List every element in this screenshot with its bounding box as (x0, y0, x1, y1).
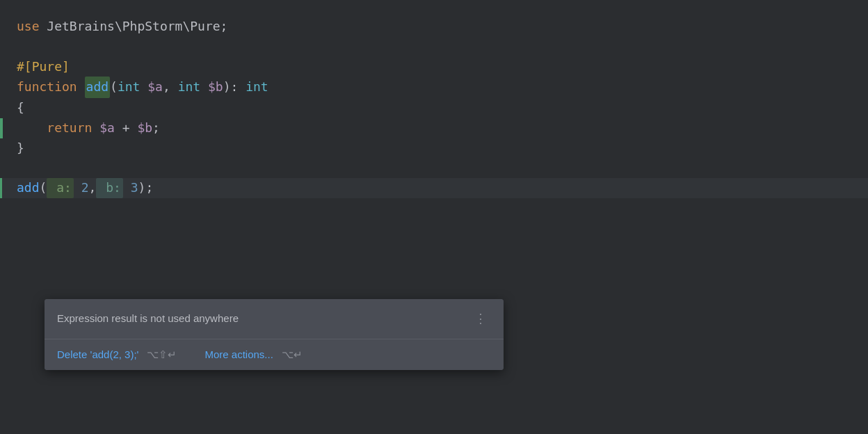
type-int-2: int (178, 77, 201, 97)
var-a: $a (92, 118, 115, 138)
hint-a-label: a: (47, 178, 74, 198)
more-actions-button[interactable]: More actions... (204, 346, 273, 363)
param-a: $a (140, 77, 163, 97)
call-name-add: add (17, 178, 40, 198)
param-b: $b (200, 77, 223, 97)
code-line-9: add ( a: 2 , b: 3 ); (0, 178, 868, 198)
value-3: 3 (123, 178, 138, 198)
return-type-int: int (246, 77, 268, 97)
code-line-8 (0, 159, 868, 179)
popup-header: Expression result is not used anywhere ⋮ (45, 299, 504, 339)
call-paren-close: ); (138, 178, 154, 198)
call-line-indicator (0, 178, 2, 198)
code-line-6: return $a + $b ; (0, 118, 868, 138)
type-int-1: int (118, 77, 140, 97)
space (77, 77, 85, 97)
keyword-return: return (47, 118, 92, 138)
brace-open: { (17, 98, 24, 118)
comma-1: , (163, 77, 178, 97)
popup-actions-row: Delete 'add(2, 3);' ⌥⇧↵ More actions... … (45, 339, 504, 370)
intention-popup: Expression result is not used anywhere ⋮… (45, 299, 504, 370)
code-line-1: use JetBrains\PhpStorm\Pure; (0, 17, 868, 37)
delete-action-button[interactable]: Delete 'add(2, 3);' (57, 346, 138, 363)
more-actions-shortcut: ⌥↵ (282, 346, 303, 363)
attribute-pure: #[Pure] (17, 57, 70, 77)
keyword-function: function (17, 77, 77, 97)
line-indicator (0, 118, 3, 138)
keyword-use: use (17, 17, 40, 37)
call-paren-open: ( (40, 178, 47, 198)
indent-6 (17, 118, 47, 138)
popup-message-text: Expression result is not used anywhere (57, 310, 239, 327)
code-line-3: #[Pure] (0, 57, 868, 77)
delete-action-shortcut: ⌥⇧↵ (147, 346, 177, 363)
popup-more-icon[interactable]: ⋮ (470, 307, 491, 330)
code-line-2 (0, 37, 868, 57)
params-open: ( (110, 77, 118, 97)
namespace-path: JetBrains\PhpStorm\Pure; (40, 17, 228, 37)
call-comma: , (89, 178, 97, 198)
value-2: 2 (74, 178, 89, 198)
plus: + (115, 118, 138, 138)
code-line-4: function add ( int $a , int $b ): int (0, 77, 868, 98)
brace-close: } (17, 138, 24, 159)
semicolon-return: ; (152, 118, 160, 138)
code-line-7: } (0, 138, 868, 159)
var-b: $b (137, 118, 152, 138)
hint-b-label: b: (96, 178, 123, 198)
code-line-5: { (0, 98, 868, 118)
params-close: ): (223, 77, 246, 97)
code-editor: use JetBrains\PhpStorm\Pure; #[Pure] fun… (0, 0, 868, 434)
function-name-add: add (85, 77, 111, 98)
